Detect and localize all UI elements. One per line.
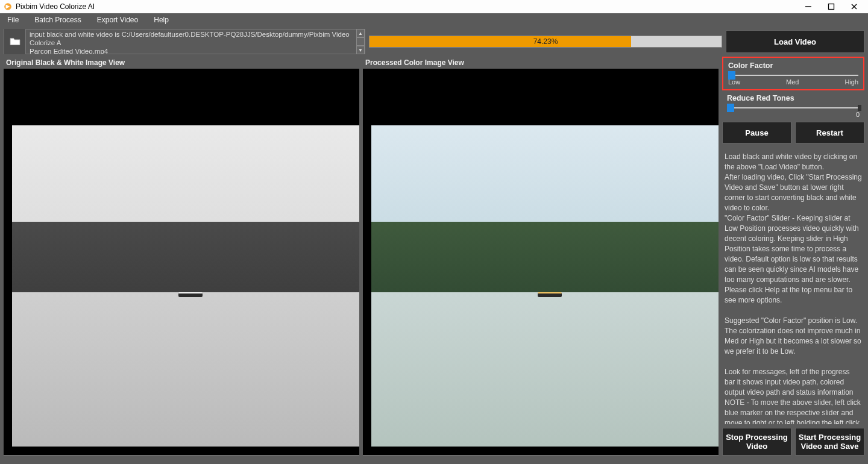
- progress-label: 74.23%: [370, 36, 722, 47]
- app-icon: [4, 2, 12, 11]
- menu-file[interactable]: File: [2, 14, 24, 25]
- original-image: [12, 125, 359, 447]
- help-p5: Suggested "Color Factor" position is Low…: [725, 316, 862, 357]
- reduce-red-thumb[interactable]: [727, 104, 734, 112]
- cf-med: Med: [786, 78, 799, 86]
- help-text: Load black and white video by clicking o…: [722, 147, 864, 424]
- processed-caption: Processed Color Image View: [363, 57, 719, 69]
- restart-button[interactable]: Restart: [795, 122, 864, 143]
- reduce-red-control: Reduce Red Tones 0: [722, 94, 864, 118]
- path-scroll-mid[interactable]: [356, 37, 365, 46]
- stop-processing-button[interactable]: Stop Processing Video: [722, 428, 791, 456]
- processed-image: [371, 125, 719, 447]
- original-view: Original Black & White Image View: [4, 57, 359, 456]
- path-line-2: Parcon Edited Video.mp4: [30, 47, 353, 54]
- open-folder-button[interactable]: [4, 29, 26, 54]
- menu-help[interactable]: Help: [149, 14, 174, 25]
- start-processing-button[interactable]: Start Processing Video and Save: [795, 428, 864, 456]
- processed-view: Processed Color Image View: [363, 57, 719, 456]
- close-button[interactable]: [843, 0, 866, 13]
- color-factor-thumb[interactable]: [728, 71, 735, 80]
- help-p7: NOTE - To move the above slider, left cl…: [725, 398, 862, 424]
- color-factor-slider[interactable]: [728, 75, 858, 76]
- original-caption: Original Black & White Image View: [4, 57, 359, 69]
- titlebar: Pixbim Video Colorize AI: [0, 0, 868, 13]
- cf-high: High: [844, 78, 858, 86]
- pause-button[interactable]: Pause: [722, 122, 791, 143]
- load-video-button[interactable]: Load Video: [726, 30, 864, 53]
- reduce-red-slider[interactable]: [727, 107, 860, 108]
- path-line-1: input black and white video is C:/Users/…: [30, 30, 353, 47]
- help-p1: Load black and white video by clicking o…: [725, 152, 862, 172]
- help-p3: "Color Factor" Slider - Keeping slider a…: [725, 213, 862, 285]
- reduce-red-endmark: [858, 105, 861, 111]
- color-factor-label: Color Factor: [728, 61, 858, 70]
- progress-bar: 74.23%: [369, 36, 722, 48]
- menu-export[interactable]: Export Video: [92, 14, 143, 25]
- menu-batch[interactable]: Batch Process: [30, 14, 86, 25]
- side-panel: Color Factor Low Med High Reduce Red Ton…: [722, 57, 864, 456]
- path-text: input black and white video is C:/Users/…: [26, 29, 356, 54]
- progress-wrap: 74.23%: [369, 29, 722, 54]
- minimize-button[interactable]: [797, 0, 820, 13]
- window-title: Pixbim Video Colorize AI: [16, 2, 95, 11]
- reduce-red-endval: 0: [856, 111, 860, 118]
- help-p4: Please click Help at the top menu bar to…: [725, 285, 862, 306]
- help-p6: Look for messages, left of the progress …: [725, 367, 862, 398]
- svg-rect-2: [829, 4, 834, 10]
- path-info-box: input black and white video is C:/Users/…: [4, 29, 365, 54]
- path-scroll-up[interactable]: ▲: [356, 29, 365, 37]
- path-scroll-down[interactable]: ▼: [356, 46, 365, 54]
- header-strip: input black and white video is C:/Users/…: [0, 27, 868, 57]
- menubar: File Batch Process Export Video Help: [0, 13, 868, 27]
- help-p2: After loading video, Click "Start Proces…: [725, 172, 862, 213]
- maximize-button[interactable]: [820, 0, 843, 13]
- reduce-red-label: Reduce Red Tones: [727, 94, 860, 102]
- color-factor-control: Color Factor Low Med High: [722, 57, 864, 90]
- folder-icon: [9, 37, 21, 46]
